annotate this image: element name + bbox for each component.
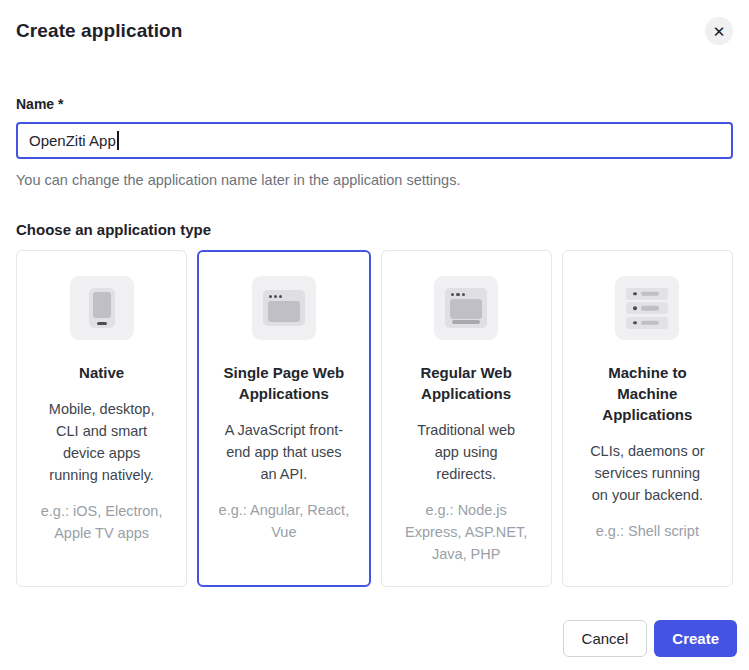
card-examples: e.g.: Angular, React, Vue: [218, 499, 350, 543]
card-machine-to-machine[interactable]: Machine to Machine Applications CLIs, da…: [562, 250, 733, 587]
phone-icon: [70, 276, 134, 340]
card-title: Machine to Machine Applications: [586, 362, 708, 425]
card-examples: e.g.: iOS, Electron, Apple TV apps: [36, 500, 168, 544]
application-type-label: Choose an application type: [16, 221, 733, 238]
application-name-input[interactable]: [16, 122, 733, 159]
name-field-label: Name *: [16, 96, 733, 112]
server-stack-icon: [615, 276, 679, 340]
application-type-cards: Native Mobile, desktop, CLI and smart de…: [16, 250, 733, 587]
card-title: Single Page Web Applications: [223, 362, 345, 404]
modal-header: Create application ✕: [16, 0, 733, 45]
name-input-wrap: [16, 122, 733, 159]
text-cursor: [117, 131, 119, 150]
card-regular-web[interactable]: Regular Web Applications Traditional web…: [381, 250, 552, 587]
card-native[interactable]: Native Mobile, desktop, CLI and smart de…: [16, 250, 187, 587]
card-title: Regular Web Applications: [405, 362, 527, 404]
browser-window-icon: [252, 276, 316, 340]
cancel-button[interactable]: Cancel: [563, 620, 648, 657]
close-button[interactable]: ✕: [705, 17, 733, 45]
browser-server-icon: [434, 276, 498, 340]
card-description: CLIs, daemons or services running on you…: [586, 440, 708, 506]
close-icon: ✕: [713, 24, 726, 39]
create-application-modal: Create application ✕ Name * You can chan…: [0, 0, 749, 670]
card-title: Native: [41, 362, 163, 383]
name-label-text: Name: [16, 96, 54, 112]
required-marker: *: [58, 96, 63, 112]
page-title: Create application: [16, 20, 183, 42]
modal-footer: Cancel Create: [563, 620, 737, 657]
create-button[interactable]: Create: [654, 620, 737, 657]
name-helper-text: You can change the application name late…: [16, 172, 733, 188]
card-single-page-web[interactable]: Single Page Web Applications A JavaScrip…: [197, 250, 370, 587]
card-description: A JavaScript front-end app that uses an …: [223, 419, 345, 485]
card-description: Mobile, desktop, CLI and smart device ap…: [41, 398, 163, 486]
card-examples: e.g.: Node.js Express, ASP.NET, Java, PH…: [400, 499, 532, 565]
card-description: Traditional web app using redirects.: [405, 419, 527, 485]
card-examples: e.g.: Shell script: [581, 520, 713, 542]
